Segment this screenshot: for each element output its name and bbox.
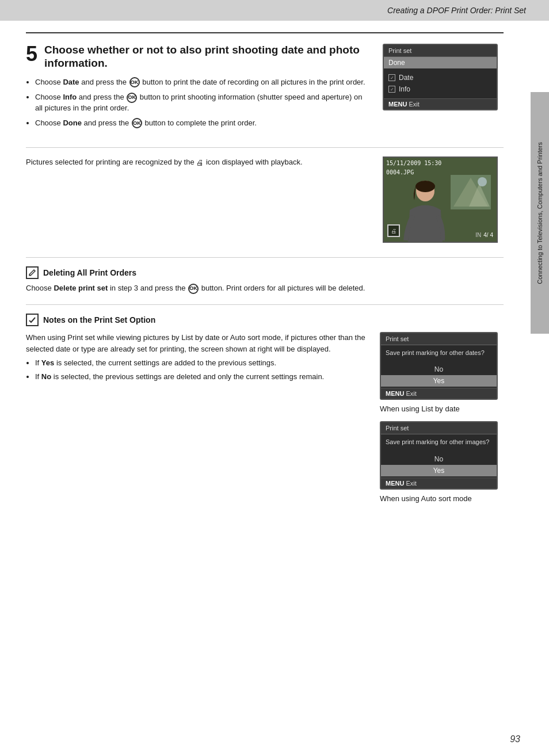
dialog-list-by-date: Print set Save print marking for other d… xyxy=(380,332,498,400)
dialog1-no: No xyxy=(381,364,497,375)
mockup-item-date: ✓ Date xyxy=(384,72,497,83)
notes-right: Print set Save print marking for other d… xyxy=(380,332,504,503)
checkbox-info-icon: ✓ xyxy=(388,86,395,93)
mockup-title: Print set xyxy=(384,45,497,57)
no-bold: No xyxy=(41,372,51,381)
dialog2-spacer xyxy=(381,449,497,453)
spacer-between-dialogs xyxy=(380,413,504,421)
pencil-svg xyxy=(28,269,36,277)
playback-right: 15/11/2009 15:30 0004.JPG xyxy=(383,156,504,243)
check-svg xyxy=(28,316,36,324)
step5-bullet3: Choose Done and press the OK button to c… xyxy=(35,118,371,129)
camera-print-icon-bl: 🖨 xyxy=(387,224,400,237)
camera-mountain-image xyxy=(451,175,491,209)
ok-button-4: OK xyxy=(188,284,199,294)
header-title: Creating a DPOF Print Order: Print Set xyxy=(387,6,526,15)
deleting-title: Deleting All Print Orders xyxy=(43,268,136,277)
step5-right: Print set Done ✓ Date ✓ Info MENU Exit xyxy=(383,44,504,133)
bottom-section: When using Print set while viewing pictu… xyxy=(26,332,504,503)
step5-section: 5 Choose whether or not to also print sh… xyxy=(26,44,504,133)
notes-body: When using Print set while viewing pictu… xyxy=(26,332,365,354)
dialog2-footer: MENU Exit xyxy=(381,478,497,488)
mockup-footer: MENU Exit xyxy=(384,98,497,109)
playback-section: Pictures selected for printing are recog… xyxy=(26,156,504,243)
notes-left: When using Print set while viewing pictu… xyxy=(26,332,365,503)
step5-left: 5 Choose whether or not to also print sh… xyxy=(26,44,371,133)
camera-counter: IN 4/ 4 xyxy=(475,232,493,238)
dialog1-yes: Yes xyxy=(381,375,497,387)
header-bar: Creating a DPOF Print Order: Print Set xyxy=(0,0,549,21)
step5-bold3: Done xyxy=(63,119,82,127)
dialog1-message: Save print marking for other dates? xyxy=(381,345,497,359)
step5-bullet2: Choose Info and press the OK button to p… xyxy=(35,92,371,113)
step5-number: 5 xyxy=(26,44,37,64)
divider3 xyxy=(26,304,504,305)
deleting-body: Choose Delete print set in step 3 and pr… xyxy=(26,282,504,294)
dialog-auto-sort: Print set Save print marking for other i… xyxy=(380,421,498,489)
step5-bold1: Date xyxy=(63,78,79,86)
notes-bullet1: If Yes is selected, the current settings… xyxy=(35,358,365,368)
dialog1-spacer xyxy=(381,359,497,364)
step5-title: Choose whether or not to also print shoo… xyxy=(44,44,371,70)
divider2 xyxy=(26,257,504,258)
menu-word: MENU xyxy=(388,101,407,108)
camera-screen: 15/11/2009 15:30 0004.JPG xyxy=(383,156,498,243)
dialog1-menu-word: MENU xyxy=(386,390,404,397)
playback-left: Pictures selected for printing are recog… xyxy=(26,156,371,243)
page-number: 93 xyxy=(510,734,520,744)
step5-header: 5 Choose whether or not to also print sh… xyxy=(26,44,371,70)
deleting-header: Deleting All Print Orders xyxy=(26,266,504,279)
main-content: 5 Choose whether or not to also print sh… xyxy=(0,21,529,525)
svg-point-3 xyxy=(478,177,487,186)
notes-bullet2: If No is selected, the previous settings… xyxy=(35,372,365,382)
mockup-done: Done xyxy=(384,57,497,68)
top-divider xyxy=(26,32,504,33)
print-set-mockup: Print set Done ✓ Date ✓ Info MENU Exit xyxy=(383,44,498,110)
dialog2-yes: Yes xyxy=(381,465,497,476)
dialog1-caption: When using List by date xyxy=(380,404,504,413)
dialog2-title: Print set xyxy=(381,422,497,434)
playback-text2: icon displayed with playback. xyxy=(206,158,303,166)
deleting-section: Deleting All Print Orders Choose Delete … xyxy=(26,266,504,294)
mockup-date-label: Date xyxy=(399,74,413,82)
dialog1-title: Print set xyxy=(381,333,497,345)
check-icon xyxy=(26,314,39,326)
mockup-info-label: Info xyxy=(399,85,410,93)
playback-text: Pictures selected for printing are recog… xyxy=(26,156,371,168)
camera-filename: 0004.JPG xyxy=(386,169,414,175)
delete-print-set-bold: Delete print set xyxy=(54,284,108,292)
dialog1-footer: MENU Exit xyxy=(381,388,497,399)
side-tab-text: Connecting to Televisions, Computers and… xyxy=(536,142,544,284)
playback-text1: Pictures selected for printing are recog… xyxy=(26,158,195,166)
ok-button-1: OK xyxy=(129,77,140,87)
dialog2-menu-word: MENU xyxy=(386,480,404,487)
notes-header: Notes on the Print Set Option xyxy=(26,314,504,326)
pencil-icon xyxy=(26,266,39,279)
checkbox-date-icon: ✓ xyxy=(388,74,395,81)
notes-bullets: If Yes is selected, the current settings… xyxy=(35,358,365,382)
divider1 xyxy=(26,147,504,148)
side-tab: Connecting to Televisions, Computers and… xyxy=(531,92,549,334)
svg-point-5 xyxy=(415,181,435,192)
camera-count-text: 4/ 4 xyxy=(483,232,493,238)
dialog2-message: Save print marking for other images? xyxy=(381,434,497,448)
camera-person-image xyxy=(395,178,453,242)
step5-bullets: Choose Date and press the OK button to p… xyxy=(35,77,371,129)
yes-bold: Yes xyxy=(41,358,54,367)
mockup-item-info: ✓ Info xyxy=(384,83,497,95)
notes-section: Notes on the Print Set Option When using… xyxy=(26,314,504,503)
step5-bold2: Info xyxy=(63,93,77,101)
camera-datetime: 15/11/2009 15:30 xyxy=(386,160,441,166)
step5-bullet1: Choose Date and press the OK button to p… xyxy=(35,77,371,88)
notes-title: Notes on the Print Set Option xyxy=(43,315,155,324)
dialog2-caption: When using Auto sort mode xyxy=(380,494,504,503)
dialog2-no: No xyxy=(381,453,497,465)
ok-button-2: OK xyxy=(127,93,137,103)
playback-print-icon: 🖨 xyxy=(196,157,204,169)
ok-button-3: OK xyxy=(132,118,142,128)
